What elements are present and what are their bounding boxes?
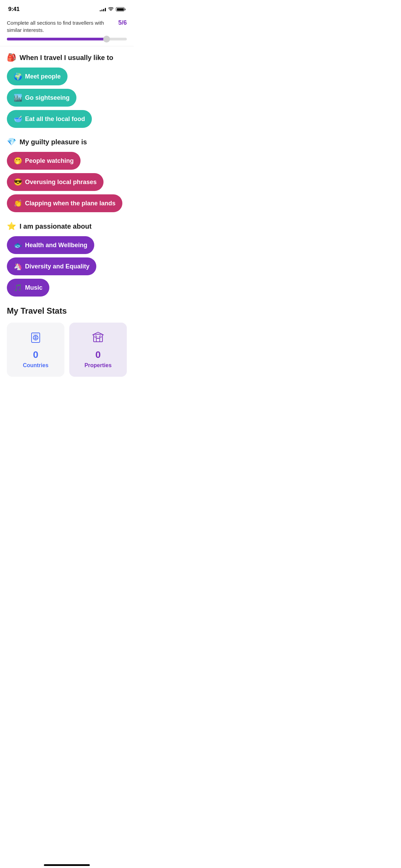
travel-likes-section: 🎒 When I travel I usually like to 🌍 Meet… (7, 53, 127, 128)
tag-diversity-equality[interactable]: 🦄 Diversity and Equality (7, 257, 96, 275)
guilty-pleasure-tags: 🤭 People watching 😎 Overusing local phra… (7, 152, 127, 212)
main-content: 🎒 When I travel I usually like to 🌍 Meet… (0, 46, 134, 390)
diversity-equality-label: Diversity and Equality (25, 263, 89, 270)
svg-rect-3 (33, 334, 38, 335)
passionate-about-heading: ⭐ I am passionate about (7, 222, 127, 231)
passionate-about-emoji: ⭐ (7, 222, 16, 231)
clapping-plane-label: Clapping when the plane lands (25, 200, 116, 207)
guilty-pleasure-heading: 💎 My guilty pleasure is (7, 137, 127, 146)
progress-bar-fill (7, 38, 107, 40)
eat-local-food-label: Eat all the local food (25, 116, 85, 123)
health-wellbeing-emoji: 🐟 (14, 241, 22, 249)
clapping-plane-emoji: 👏 (14, 199, 22, 207)
svg-rect-4 (94, 334, 102, 342)
countries-label: Countries (23, 362, 49, 369)
tag-meet-people[interactable]: 🌍 Meet people (7, 68, 68, 85)
travel-likes-heading: 🎒 When I travel I usually like to (7, 53, 127, 62)
battery-icon (116, 7, 125, 11)
tag-clapping-plane[interactable]: 👏 Clapping when the plane lands (7, 194, 122, 212)
guilty-pleasure-title: My guilty pleasure is (20, 138, 87, 146)
progress-thumb[interactable] (103, 36, 110, 43)
guilty-pleasure-section: 💎 My guilty pleasure is 🤭 People watchin… (7, 137, 127, 212)
music-emoji: 🎵 (14, 284, 22, 292)
tag-music[interactable]: 🎵 Music (7, 279, 49, 297)
passionate-about-section: ⭐ I am passionate about 🐟 Health and Wel… (7, 222, 127, 297)
properties-label: Properties (84, 362, 111, 369)
passionate-about-title: I am passionate about (20, 222, 92, 230)
tag-people-watching[interactable]: 🤭 People watching (7, 152, 81, 170)
travel-stats-section: My Travel Stats 0 Countries (7, 306, 127, 377)
countries-number: 0 (33, 349, 38, 360)
eat-local-food-emoji: 🥣 (14, 115, 22, 123)
status-icons (100, 7, 125, 12)
go-sightseeing-label: Go sightseeing (25, 94, 70, 101)
svg-rect-7 (99, 336, 101, 338)
meet-people-label: Meet people (25, 73, 61, 80)
progress-header: Complete all sections to find travellers… (7, 19, 127, 34)
properties-number: 0 (95, 349, 101, 360)
progress-section: Complete all sections to find travellers… (0, 16, 134, 46)
progress-description: Complete all sections to find travellers… (7, 19, 118, 34)
countries-icon (29, 331, 42, 346)
progress-bar (7, 38, 127, 40)
overusing-phrases-label: Overusing local phrases (25, 179, 97, 186)
stats-cards: 0 Countries 0 Properties (7, 323, 127, 377)
signal-icon (100, 7, 106, 11)
tag-go-sightseeing[interactable]: 🏙️ Go sightseeing (7, 89, 76, 107)
meet-people-emoji: 🌍 (14, 72, 22, 81)
people-watching-label: People watching (25, 157, 74, 165)
progress-counter: 5/6 (118, 19, 127, 26)
tag-eat-local-food[interactable]: 🥣 Eat all the local food (7, 110, 92, 128)
tag-health-wellbeing[interactable]: 🐟 Health and Wellbeing (7, 236, 94, 254)
svg-rect-6 (95, 336, 97, 338)
status-bar: 9:41 (0, 0, 134, 16)
properties-icon (92, 331, 104, 346)
go-sightseeing-emoji: 🏙️ (14, 94, 22, 102)
diversity-equality-emoji: 🦄 (14, 262, 22, 270)
passionate-about-tags: 🐟 Health and Wellbeing 🦄 Diversity and E… (7, 236, 127, 297)
travel-likes-title: When I travel I usually like to (20, 54, 113, 62)
music-label: Music (25, 284, 42, 291)
svg-rect-5 (96, 338, 100, 342)
travel-stats-title: My Travel Stats (7, 306, 127, 316)
properties-card: 0 Properties (69, 323, 127, 377)
tag-overusing-phrases[interactable]: 😎 Overusing local phrases (7, 173, 104, 191)
travel-likes-emoji: 🎒 (7, 53, 16, 62)
guilty-pleasure-emoji: 💎 (7, 137, 16, 146)
health-wellbeing-label: Health and Wellbeing (25, 242, 87, 249)
wifi-icon (108, 7, 114, 12)
status-time: 9:41 (8, 6, 20, 13)
travel-likes-tags: 🌍 Meet people 🏙️ Go sightseeing 🥣 Eat al… (7, 68, 127, 128)
people-watching-emoji: 🤭 (14, 157, 22, 165)
overusing-phrases-emoji: 😎 (14, 178, 22, 186)
countries-card: 0 Countries (7, 323, 64, 377)
